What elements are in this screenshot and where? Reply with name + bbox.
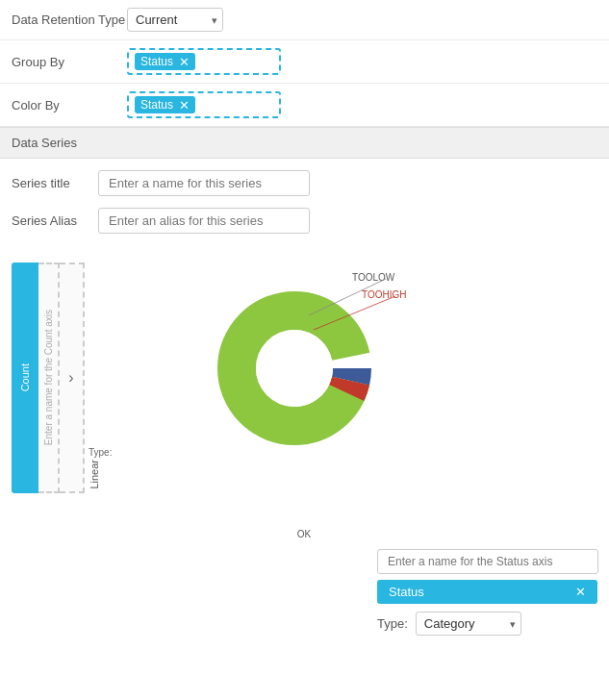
color-by-label: Color By bbox=[12, 98, 127, 112]
x-axis-name-input[interactable] bbox=[377, 549, 598, 574]
x-axis-type-label: Type: bbox=[377, 616, 408, 631]
data-retention-row: Data Retention Type Current Historical A… bbox=[0, 0, 609, 40]
data-retention-select[interactable]: Current Historical All bbox=[127, 8, 223, 32]
axis-arrow-button[interactable]: › bbox=[60, 262, 85, 493]
group-by-tag: Status ✕ bbox=[135, 53, 195, 70]
group-by-label: Group By bbox=[12, 55, 127, 69]
x-axis-type-select-wrapper[interactable]: Category Linear Log bbox=[416, 612, 521, 636]
group-by-tag-input[interactable]: Status ✕ bbox=[127, 48, 281, 75]
axis-type-col: Type: Linear bbox=[85, 262, 133, 493]
color-by-tag-close[interactable]: ✕ bbox=[179, 99, 190, 112]
y-axis-name-placeholder: Enter a name for the Count axis bbox=[43, 310, 54, 445]
series-alias-input[interactable] bbox=[98, 208, 310, 234]
y-axis-bar[interactable]: Count bbox=[12, 262, 38, 493]
series-title-label: Series title bbox=[12, 176, 98, 190]
data-retention-select-wrapper[interactable]: Current Historical All bbox=[127, 8, 223, 32]
group-by-tag-close[interactable]: ✕ bbox=[179, 56, 190, 68]
y-axis-name-col: Enter a name for the Count axis bbox=[38, 262, 60, 493]
axis-type-label: Type: bbox=[89, 447, 112, 458]
donut-chart-container: TOOLOW TOOHIGH OK bbox=[198, 272, 410, 522]
color-by-row: Color By Status ✕ bbox=[0, 84, 609, 127]
x-axis-status-tag: Status ✕ bbox=[377, 580, 597, 604]
label-ok: OK bbox=[297, 529, 311, 539]
x-axis-type-select[interactable]: Category Linear Log bbox=[416, 612, 521, 636]
donut-center bbox=[256, 330, 333, 407]
x-axis-tag-close[interactable]: ✕ bbox=[575, 586, 586, 598]
label-toohigh: TOOHIGH bbox=[362, 289, 406, 300]
series-form: Series title Series Alias bbox=[0, 159, 609, 253]
color-by-tag-input[interactable]: Status ✕ bbox=[127, 91, 281, 118]
label-toolow: TOOLOW bbox=[352, 272, 394, 283]
y-axis-bar-label: Count bbox=[19, 363, 31, 391]
series-title-input[interactable] bbox=[98, 170, 310, 196]
series-alias-row: Series Alias bbox=[12, 208, 597, 234]
data-retention-label: Data Retention Type bbox=[12, 12, 127, 27]
axis-type-value: Linear bbox=[89, 460, 100, 489]
x-axis-tag-row: Status ✕ bbox=[377, 580, 597, 604]
bottom-section: Status ✕ Type: Category Linear Log bbox=[0, 541, 609, 643]
series-title-row: Series title bbox=[12, 170, 597, 196]
color-by-tag: Status ✕ bbox=[135, 96, 195, 113]
group-by-row: Group By Status ✕ bbox=[0, 40, 609, 84]
chart-area: Count Enter a name for the Count axis › … bbox=[0, 253, 609, 532]
series-alias-label: Series Alias bbox=[12, 213, 98, 228]
y-axis-section: Count Enter a name for the Count axis › … bbox=[12, 262, 133, 493]
axis-arrow-icon: › bbox=[68, 369, 73, 387]
donut-chart-svg bbox=[198, 272, 391, 464]
x-axis-type-row: Type: Category Linear Log bbox=[377, 612, 597, 636]
data-series-header: Data Series bbox=[0, 127, 609, 159]
